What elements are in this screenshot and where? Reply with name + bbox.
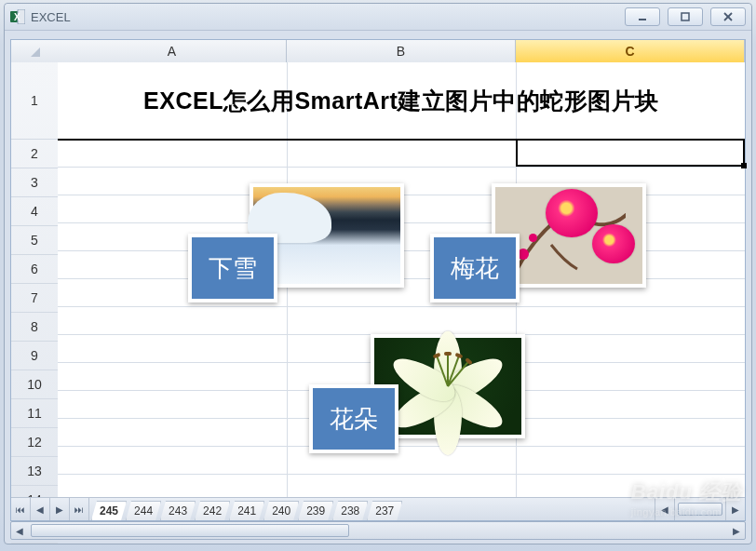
scroll-left-button[interactable]: ◀ bbox=[11, 522, 28, 539]
sheet-tabs: 245244243242241240239238237 bbox=[89, 498, 401, 520]
sheet-tab-bar: ⏮ ◀ ▶ ⏭ 245244243242241240239238237 ◀ ▶ bbox=[11, 497, 745, 520]
row-header[interactable]: 9 bbox=[11, 342, 58, 370]
svg-rect-4 bbox=[682, 13, 689, 20]
row-header[interactable]: 11 bbox=[11, 399, 58, 428]
row-header[interactable]: 5 bbox=[11, 226, 58, 255]
next-tab-button[interactable]: ▶ bbox=[50, 498, 70, 520]
row-headers: 12345678910111213141516 bbox=[11, 62, 59, 498]
window-controls bbox=[625, 7, 746, 26]
sheet-tab[interactable]: 239 bbox=[298, 501, 333, 520]
svg-text:X: X bbox=[14, 12, 20, 22]
scroll-thumb[interactable] bbox=[31, 524, 349, 537]
close-button[interactable] bbox=[710, 7, 746, 26]
column-header[interactable]: B bbox=[287, 40, 516, 62]
sheet-tab[interactable]: 245 bbox=[91, 501, 127, 520]
row-header[interactable]: 13 bbox=[11, 457, 58, 486]
scroll-thumb[interactable] bbox=[678, 503, 722, 516]
scroll-left-button[interactable]: ◀ bbox=[655, 498, 675, 520]
sheet-tab[interactable]: 242 bbox=[195, 501, 230, 520]
row-header[interactable]: 7 bbox=[11, 284, 58, 313]
tab-nav-buttons: ⏮ ◀ ▶ ⏭ bbox=[11, 498, 89, 520]
excel-window: X EXCEL ABC 12345678910111213141516 bbox=[4, 3, 752, 544]
maximize-button[interactable] bbox=[668, 7, 703, 26]
title-bar[interactable]: X EXCEL bbox=[5, 4, 751, 31]
row-header[interactable]: 8 bbox=[11, 313, 58, 342]
sheet-tab[interactable]: 238 bbox=[332, 501, 368, 520]
svg-marker-7 bbox=[31, 47, 40, 57]
first-tab-button[interactable]: ⏮ bbox=[11, 498, 31, 520]
column-headers: ABC bbox=[58, 40, 745, 63]
minimize-button[interactable] bbox=[625, 7, 660, 26]
prev-tab-button[interactable]: ◀ bbox=[31, 498, 50, 520]
scroll-right-button[interactable]: ▶ bbox=[728, 522, 745, 539]
select-all-corner[interactable] bbox=[11, 40, 59, 63]
smartart-node[interactable]: 梅花 bbox=[430, 183, 672, 304]
row-header[interactable]: 1 bbox=[11, 62, 58, 140]
row-header[interactable]: 6 bbox=[11, 255, 58, 284]
smartart-label[interactable]: 下雪 bbox=[188, 234, 277, 302]
row-header[interactable]: 12 bbox=[11, 428, 58, 457]
row-header[interactable]: 2 bbox=[11, 140, 58, 168]
worksheet-area: ABC 12345678910111213141516 bbox=[10, 39, 746, 521]
row-header[interactable]: 16 bbox=[11, 544, 58, 551]
sheet-tab[interactable]: 237 bbox=[367, 501, 402, 520]
row-header[interactable]: 3 bbox=[11, 168, 58, 197]
last-tab-button[interactable]: ⏭ bbox=[70, 498, 89, 520]
grid[interactable]: EXCEL怎么用SmartArt建立图片中的蛇形图片块 下雪 bbox=[58, 62, 745, 498]
sheet-tab[interactable]: 240 bbox=[263, 501, 299, 520]
smartart-graphic[interactable]: 下雪 梅花 bbox=[58, 62, 745, 498]
outer-hscrollbar[interactable]: ◀ ▶ bbox=[10, 521, 746, 540]
column-header[interactable]: C bbox=[516, 40, 745, 64]
window-title: EXCEL bbox=[31, 10, 71, 24]
scroll-right-button[interactable]: ▶ bbox=[725, 498, 745, 520]
excel-app-icon: X bbox=[10, 9, 25, 24]
column-header[interactable]: A bbox=[58, 40, 287, 62]
smartart-node[interactable]: 下雪 bbox=[188, 183, 430, 304]
row-header[interactable]: 4 bbox=[11, 197, 58, 226]
smartart-label[interactable]: 梅花 bbox=[430, 234, 520, 302]
sheet-tab[interactable]: 244 bbox=[126, 501, 161, 520]
row-header[interactable]: 10 bbox=[11, 370, 58, 399]
smartart-label[interactable]: 花朵 bbox=[309, 384, 398, 453]
smartart-node[interactable]: 花朵 bbox=[309, 334, 551, 455]
sheet-tab[interactable]: 241 bbox=[229, 501, 264, 520]
sheet-tab[interactable]: 243 bbox=[160, 501, 196, 520]
inner-hscrollbar[interactable]: ◀ ▶ bbox=[655, 498, 745, 520]
